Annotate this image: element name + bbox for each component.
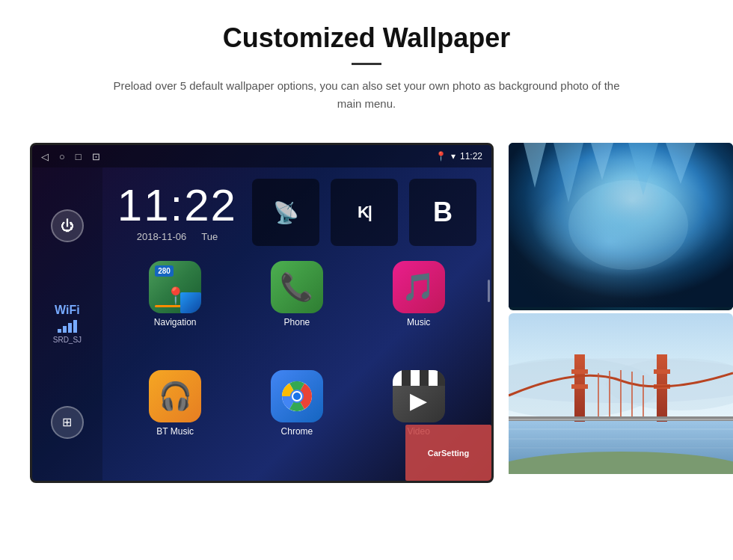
- svg-rect-25: [654, 369, 670, 374]
- widget-antenna[interactable]: 📡: [252, 179, 319, 246]
- nav-recent-icon[interactable]: □: [76, 151, 82, 162]
- device-wrapper: ◁ ○ □ ⊡ 📍 ▾ 11:22 ⏻: [30, 143, 494, 483]
- navigation-app-icon: 280 📍: [149, 261, 201, 313]
- wifi-bar-3: [68, 323, 72, 333]
- status-nav: ◁ ○ □ ⊡: [41, 151, 100, 162]
- chrome-app-label: Chrome: [281, 426, 313, 437]
- wallpaper-golden-gate[interactable]: [509, 313, 733, 477]
- wallpaper-thumbnails: [509, 143, 733, 477]
- widget-b[interactable]: B: [409, 179, 476, 246]
- wifi-signal-bars: [53, 320, 82, 333]
- svg-rect-23: [571, 369, 588, 374]
- status-bar: ◁ ○ □ ⊡ 📍 ▾ 11:22: [32, 145, 491, 167]
- wallpaper-ice-cave[interactable]: [509, 143, 733, 310]
- left-sidebar: ⏻ WiFi SRD_SJ ⊞: [32, 167, 102, 481]
- phone-app-icon: 📞: [271, 261, 323, 313]
- svg-rect-6: [509, 143, 733, 307]
- location-icon: 📍: [435, 151, 447, 161]
- music-app-label: Music: [407, 317, 430, 327]
- clock-area: 11:22 2018-11-06 Tue 📡: [102, 167, 491, 253]
- app-item-music[interactable]: 🎵 Music: [361, 261, 476, 364]
- svg-rect-35: [509, 463, 733, 474]
- clock-day: Tue: [201, 231, 218, 242]
- power-button[interactable]: ⏻: [51, 209, 84, 242]
- status-indicators: 📍 ▾ 11:22: [435, 151, 482, 161]
- page-description: Preload over 5 default wallpaper options…: [105, 77, 628, 113]
- svg-rect-28: [509, 419, 733, 420]
- clapper-slat: [393, 370, 445, 386]
- wifi-status-icon: ▾: [451, 151, 456, 161]
- golden-gate-svg: [509, 313, 733, 474]
- maps-road: [155, 305, 195, 307]
- power-icon: ⏻: [61, 218, 74, 234]
- app-item-bt-music[interactable]: 🎧 BT Music: [117, 370, 233, 473]
- phone-app-label: Phone: [284, 317, 310, 327]
- bt-music-app-icon: 🎧: [149, 370, 201, 422]
- bt-music-app-label: BT Music: [156, 426, 194, 437]
- app-item-phone[interactable]: 📞 Phone: [239, 261, 355, 364]
- clock-date-value: 2018-11-06: [137, 231, 187, 242]
- svg-rect-24: [571, 384, 588, 389]
- ice-cave-svg: [509, 143, 733, 307]
- apps-grid-icon: ⊞: [62, 415, 72, 429]
- phone-icon: 📞: [280, 271, 313, 303]
- bluetooth-icon: 🎧: [159, 381, 192, 412]
- chrome-logo-svg: [280, 380, 313, 413]
- music-app-icon: 🎵: [393, 261, 445, 313]
- nav-home-icon[interactable]: ○: [59, 151, 65, 162]
- scroll-indicator: [488, 280, 490, 302]
- svg-point-12: [568, 180, 688, 270]
- main-content: ◁ ○ □ ⊡ 📍 ▾ 11:22 ⏻: [0, 128, 733, 498]
- widget-k-label: K|: [358, 203, 371, 222]
- clock-date: 2018-11-06 Tue: [117, 231, 237, 242]
- wifi-bar-2: [63, 326, 67, 333]
- nav-screenshot-icon[interactable]: ⊡: [92, 151, 100, 162]
- widget-k[interactable]: K|: [331, 179, 398, 246]
- carsetting-label: CarSetting: [428, 449, 470, 458]
- video-app-icon: ▶: [393, 370, 445, 422]
- svg-point-4: [293, 393, 301, 400]
- title-divider: [352, 63, 381, 65]
- widget-b-label: B: [433, 197, 453, 228]
- status-time: 11:22: [460, 151, 482, 161]
- maps-pin-icon: 📍: [165, 286, 185, 306]
- chrome-app-icon: [271, 370, 323, 422]
- app-item-chrome[interactable]: Chrome: [239, 370, 355, 473]
- wifi-ssid: SRD_SJ: [53, 336, 82, 344]
- wifi-bar-4: [73, 320, 77, 333]
- page-title: Customized Wallpaper: [60, 22, 673, 54]
- wifi-label: WiFi: [53, 304, 82, 317]
- maps-280-label: 280: [155, 265, 174, 277]
- ice-cave-visual: [509, 143, 733, 310]
- page-header: Customized Wallpaper Preload over 5 defa…: [0, 0, 733, 128]
- app-item-navigation[interactable]: 280 📍 Navigation: [117, 261, 233, 364]
- wifi-block[interactable]: WiFi SRD_SJ: [53, 304, 82, 344]
- music-icon: 🎵: [402, 271, 435, 303]
- carsetting-button[interactable]: CarSetting: [405, 425, 491, 481]
- navigation-app-label: Navigation: [154, 317, 197, 327]
- clock-widgets: 📡 K| B: [252, 179, 476, 246]
- nav-back-icon[interactable]: ◁: [41, 151, 49, 162]
- clock-time: 11:22: [117, 183, 237, 228]
- android-device: ◁ ○ □ ⊡ 📍 ▾ 11:22 ⏻: [30, 143, 494, 483]
- wifi-bar-1: [58, 329, 61, 333]
- clock-block: 11:22 2018-11-06 Tue: [117, 183, 237, 242]
- antenna-icon: 📡: [273, 200, 299, 225]
- all-apps-button[interactable]: ⊞: [51, 406, 84, 439]
- video-play-icon: ▶: [410, 387, 427, 413]
